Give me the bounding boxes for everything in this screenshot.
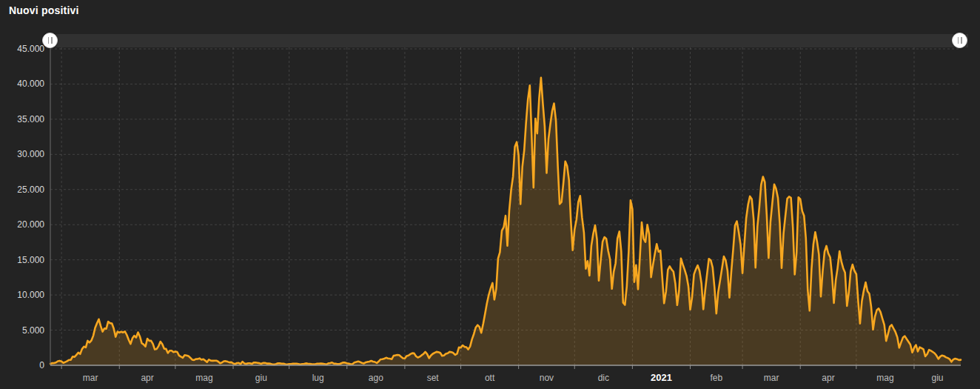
x-axis-month-label: nov xyxy=(540,373,554,383)
y-axis-label: 40.000 xyxy=(17,79,44,89)
grip-icon xyxy=(48,37,53,44)
y-axis-label: 0 xyxy=(39,360,44,370)
x-axis-month-label: apr xyxy=(822,373,834,383)
y-axis-label: 35.000 xyxy=(17,114,44,124)
range-slider-handle-left[interactable] xyxy=(42,33,58,48)
x-axis-month-label: ott xyxy=(485,373,495,383)
y-axis-label: 30.000 xyxy=(17,149,44,159)
x-axis-month-label: mag xyxy=(195,373,212,383)
x-axis-month-label: giu xyxy=(931,373,943,383)
range-slider-handle-right[interactable] xyxy=(952,33,967,48)
y-axis-label: 5.000 xyxy=(22,325,44,336)
x-axis-year-label: 2021 xyxy=(651,372,672,383)
y-axis-label: 25.000 xyxy=(17,184,44,195)
range-slider-track[interactable] xyxy=(50,34,968,47)
x-axis-month-label: feb xyxy=(710,373,722,383)
x-axis-month-label: set xyxy=(427,373,440,383)
grip-icon xyxy=(958,37,962,44)
x-axis-month-label: apr xyxy=(141,373,153,383)
x-axis-month-label: mar xyxy=(83,373,98,383)
x-axis-labels: maraprmaggiulugagosetottnovdic2021febmar… xyxy=(83,372,944,383)
y-axis-labels: 05.00010.00015.00020.00025.00030.00035.0… xyxy=(17,44,44,370)
x-axis-month-label: dic xyxy=(598,373,609,383)
y-axis-label: 20.000 xyxy=(17,219,44,230)
y-axis-label: 45.000 xyxy=(17,44,44,54)
x-axis-month-label: ago xyxy=(369,373,383,383)
x-axis-month-label: mag xyxy=(876,373,893,383)
x-axis-month-label: mar xyxy=(764,373,779,383)
area-chart[interactable]: 05.00010.00015.00020.00025.00030.00035.0… xyxy=(0,0,980,389)
x-axis-month-label: giu xyxy=(255,373,267,383)
chart-panel: Nuovi positivi 05.00010.00015.00020.0002… xyxy=(0,0,980,389)
x-axis-month-label: lug xyxy=(312,373,324,383)
y-axis-label: 10.000 xyxy=(17,290,44,300)
y-axis-label: 15.000 xyxy=(17,255,44,265)
